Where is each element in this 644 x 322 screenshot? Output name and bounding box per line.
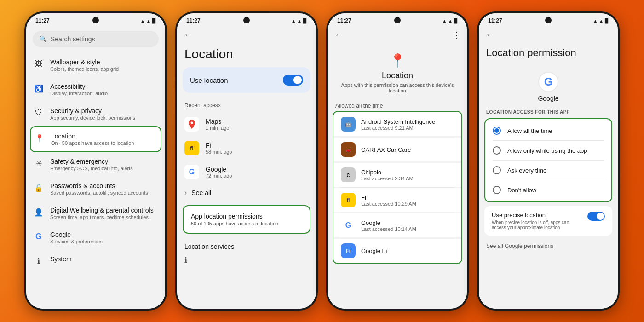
carfax-name: CARFAX Car Care (361, 146, 411, 153)
recent-access-label: Recent access (177, 100, 316, 112)
settings-title-security: Security & privacy (50, 107, 158, 115)
app-item-asi[interactable]: 🤖 Android System Intelligence Last acces… (334, 112, 461, 136)
location-options-group: Allow all the time Allow only while usin… (484, 118, 612, 202)
settings-item-accessibility[interactable]: ♿ Accessibility Display, interaction, au… (30, 77, 161, 102)
settings-subtitle-wellbeing: Screen time, app timers, bedtime schedul… (50, 214, 158, 220)
status-icons-4: ▲ ▲ ▉ (593, 18, 609, 23)
settings-title-google: Google (50, 231, 158, 238)
radio-allow-all-time[interactable] (493, 126, 501, 135)
see-all-row[interactable]: › See all (177, 184, 316, 201)
signal-icon-4: ▲ (599, 18, 604, 23)
recent-item-fi[interactable]: fi Fi 58 min. ago (177, 136, 316, 160)
settings-title-emergency: Safety & emergency (50, 158, 158, 165)
app-item-googlefi[interactable]: Fi Google Fi (334, 239, 461, 263)
divider-3 (341, 187, 454, 188)
time-4: 11:27 (488, 17, 502, 24)
settings-title-passwords: Passwords & accounts (50, 182, 158, 190)
camera-notch-4 (545, 17, 552, 23)
ask-every-time-label: Ask every time (507, 167, 546, 174)
divider-2 (341, 162, 454, 162)
google-perm-icon: G (341, 218, 356, 233)
app-item-google-perm[interactable]: G Google Last accessed 10:14 AM (334, 213, 461, 237)
permission-screen-title: Location permission (479, 43, 618, 64)
chipolo-name: Chipolo (361, 169, 414, 176)
back-button-4[interactable]: ← (485, 30, 494, 40)
recent-item-maps[interactable]: Maps 1 min. ago (177, 112, 316, 136)
phone-4: 11:27 ▲ ▲ ▉ ← Location permission G Goog… (477, 12, 620, 310)
settings-item-emergency[interactable]: ✳ Safety & emergency Emergency SOS, medi… (30, 152, 161, 177)
radio-ask-every-time[interactable] (493, 166, 501, 174)
precise-location-toggle[interactable] (587, 212, 605, 221)
search-placeholder: Search settings (51, 35, 95, 43)
wifi-icon-3: ▲ (442, 18, 447, 23)
allow-while-using-label: Allow only while using the app (507, 147, 587, 154)
battery-icon-3: ▉ (454, 18, 458, 23)
app-item-fi[interactable]: fi Fi Last accessed 10:29 AM (334, 188, 461, 212)
accessibility-icon: ♿ (34, 83, 44, 93)
location-screen-title: Location (177, 43, 316, 67)
use-location-toggle[interactable] (283, 75, 303, 86)
settings-item-passwords[interactable]: 🔒 Passwords & accounts Saved passwords, … (30, 177, 161, 201)
battery-icon-4: ▉ (605, 18, 609, 23)
option-ask-every-time[interactable]: Ask every time (485, 161, 611, 180)
settings-title-location: Location (51, 132, 157, 140)
radio-allow-while-using[interactable] (493, 146, 501, 155)
back-button-3[interactable]: ← (334, 30, 343, 40)
option-allow-while-using[interactable]: Allow only while using the app (485, 141, 611, 160)
divider-5 (341, 238, 454, 238)
googlefi-name: Google Fi (361, 247, 387, 254)
more-options-icon[interactable]: ⋮ (452, 30, 460, 40)
fi-app-time: 58 min. ago (206, 149, 232, 155)
settings-item-wellbeing[interactable]: 👤 Digital Wellbeing & parental controls … (30, 201, 161, 225)
app-location-permissions-card[interactable]: App location permissions 50 of 105 apps … (183, 205, 310, 234)
divider-4 (341, 213, 454, 213)
settings-item-wallpaper[interactable]: 🖼 Wallpaper & style Colors, themed icons… (30, 53, 161, 77)
status-icons-1: ▲ ▲ ▉ (140, 18, 156, 23)
signal-icon-2: ▲ (297, 18, 302, 23)
location-icon: 📍 (34, 133, 45, 143)
settings-subtitle-emergency: Emergency SOS, medical info, alerts (50, 166, 158, 171)
option-dont-allow[interactable]: Don't allow (485, 180, 611, 200)
google-app-icon: G (184, 165, 199, 179)
info-icon: ℹ (177, 253, 316, 267)
access-for-app-label: LOCATION ACCESS FOR THIS APP (479, 106, 618, 116)
app-item-chipolo[interactable]: c Chipolo Last accessed 2:34 AM (334, 163, 461, 187)
fi-perm-last: Last accessed 10:29 AM (361, 201, 416, 207)
use-location-card[interactable]: Use location (183, 67, 310, 93)
app-item-carfax[interactable]: 🚗 CARFAX Car Care (334, 138, 461, 161)
google-perm-last: Last accessed 10:14 AM (361, 226, 416, 232)
allowed-all-time-header: Allowed all the time (328, 99, 467, 111)
search-icon: 🔍 (39, 35, 47, 43)
wifi-icon-2: ▲ (291, 18, 296, 23)
dont-allow-label: Don't allow (507, 187, 536, 194)
wifi-icon: ▲ (140, 18, 145, 23)
settings-subtitle-accessibility: Display, interaction, audio (50, 91, 158, 96)
settings-item-security[interactable]: 🛡 Security & privacy App security, devic… (30, 102, 161, 126)
phone-3: 11:27 ▲ ▲ ▉ ← ⋮ 📍 Location Apps with thi… (326, 12, 469, 310)
permissions-subtitle: 50 of 105 apps have access to location (191, 221, 302, 226)
maps-app-name: Maps (206, 118, 229, 125)
back-button-2[interactable]: ← (184, 30, 192, 40)
fi-perm-name: Fi (361, 194, 416, 201)
radio-dont-allow[interactable] (493, 186, 501, 194)
passwords-icon: 🔒 (34, 183, 44, 193)
settings-item-google[interactable]: G Google Services & preferences (30, 225, 161, 250)
recent-item-google[interactable]: G Google 72 min. ago (177, 160, 316, 184)
location-apps-title: Location (382, 71, 413, 80)
google-app-label: Google (538, 95, 558, 102)
phone-2: 11:27 ▲ ▲ ▉ ← Location Use location Rece… (175, 12, 318, 310)
settings-item-location[interactable]: 📍 Location On · 50 apps have access to l… (30, 126, 161, 152)
settings-title-accessibility: Accessibility (50, 83, 158, 90)
see-google-permissions[interactable]: See all Google permissions (479, 239, 618, 253)
status-icons-2: ▲ ▲ ▉ (291, 18, 307, 23)
option-allow-all-time[interactable]: Allow all the time (485, 121, 611, 140)
asi-name: Android System Intelligence (361, 118, 435, 125)
chevron-right-icon: › (184, 189, 187, 197)
search-bar[interactable]: 🔍 Search settings (33, 31, 159, 47)
precise-location-desc: When precise location is off, apps can a… (492, 220, 584, 230)
location-pin-icon: 📍 (390, 53, 406, 68)
settings-item-system[interactable]: ℹ System (30, 250, 161, 271)
google-g-logo: G (538, 72, 558, 92)
permissions-title: App location permissions (191, 213, 302, 220)
security-icon: 🛡 (34, 108, 44, 118)
